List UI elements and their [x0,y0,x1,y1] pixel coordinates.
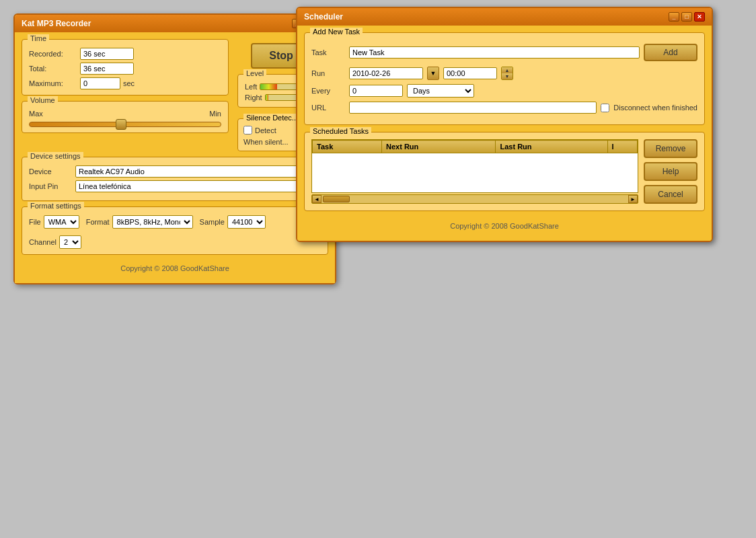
file-select[interactable]: WMA [44,215,79,229]
help-button[interactable]: Help [644,162,697,181]
when-silent-label: When silent... [243,138,289,146]
scheduler-titlebar: Scheduler _ □ ✕ [297,8,712,26]
run-row: Run ▼ ▲ ▼ [311,67,697,80]
task-label: Task [311,48,345,56]
channel-format-item: Channel 2 [29,235,81,249]
input-pin-input[interactable] [75,180,321,192]
maximum-label: Maximum: [29,79,76,87]
input-pin-row: Input Pin [29,180,321,192]
total-label: Total: [29,65,76,73]
level-right-label: Right [245,93,262,102]
main-title: Kat MP3 Recorder [22,19,91,28]
file-format-item: File WMA [29,215,79,229]
scheduler-body: Add New Task Task Add Run ▼ ▲ ▼ Every [297,26,712,241]
format-row: File WMA Format 8kBPS, 8kHz, Mono Sample [29,215,321,249]
run-date-input[interactable] [349,67,423,79]
device-row: Device [29,165,321,178]
sample-label: Sample [200,218,225,226]
scheduler-window: Scheduler _ □ ✕ Add New Task Task Add Ru… [296,7,713,242]
url-input[interactable] [349,102,597,114]
tasks-table: Task Next Run Last Run I [312,140,638,153]
scroll-thumb[interactable] [323,196,350,202]
time-fieldset: Time Recorded: Total: Maximum: sec [22,39,229,95]
scheduler-title: Scheduler [304,12,343,22]
run-time-input[interactable] [443,67,497,79]
col-i: I [607,141,637,153]
vol-min-label: Min [209,110,221,118]
add-task-button[interactable]: Add [644,44,697,61]
volume-slider-thumb[interactable] [116,119,126,130]
format-select[interactable]: 8kBPS, 8kHz, Mono [112,215,193,229]
format-content: File WMA Format 8kBPS, 8kHz, Mono Sample [29,215,321,249]
maximum-row: sec [80,77,221,89]
disconnect-checkbox[interactable] [601,104,609,112]
main-window: Kat MP3 Recorder _ □ ✕ Time Recorded: To… [13,13,336,284]
input-pin-label: Input Pin [29,182,73,190]
time-spinner[interactable]: ▲ ▼ [501,67,513,80]
main-titlebar: Kat MP3 Recorder _ □ ✕ [15,15,335,32]
time-grid: Recorded: Total: Maximum: sec [29,48,221,89]
time-content: Recorded: Total: Maximum: sec [29,48,221,89]
col-next-run: Next Run [382,141,496,153]
url-label: URL [311,104,345,112]
sched-maximize-btn[interactable]: □ [681,12,692,22]
level-right-fill [266,95,268,100]
channel-label: Channel [29,238,56,246]
format-format-item: Format 8kBPS, 8kHz, Mono [86,215,193,229]
recorded-input[interactable] [80,48,134,60]
task-name-input[interactable] [349,46,640,59]
scheduled-tasks-fieldset: Scheduled Tasks Task Next Run Last Run I [304,132,705,211]
scroll-left-btn[interactable]: ◄ [312,195,322,203]
add-task-legend: Add New Task [310,28,363,36]
disconnect-row: Disconnect when finished [601,104,697,112]
col-task: Task [313,141,382,153]
every-row: Every Days Hours Minutes [311,84,697,98]
time-down-btn[interactable]: ▼ [502,73,513,79]
time-up-btn[interactable]: ▲ [502,67,513,73]
scheduler-copyright: Copyright © 2008 GoodKatShare [304,218,705,234]
maximum-unit: sec [123,79,135,87]
volume-fieldset: Volume Max Min [22,101,229,133]
time-legend: Time [28,34,49,42]
time-section: Time Recorded: Total: Maximum: sec [22,39,229,151]
detect-checkbox[interactable] [243,126,252,134]
every-input[interactable] [349,85,403,97]
col-last-run: Last Run [496,141,607,153]
sched-close-btn[interactable]: ✕ [694,12,705,22]
horizontal-scrollbar[interactable]: ◄ ► [311,194,638,204]
add-task-fieldset: Add New Task Task Add Run ▼ ▲ ▼ Every [304,32,705,125]
disconnect-label: Disconnect when finished [613,104,697,112]
cancel-button[interactable]: Cancel [644,185,697,204]
sample-select[interactable]: 44100 [227,215,266,229]
device-fieldset: Device settings Device Input Pin [22,157,328,201]
format-fieldset: Format settings File WMA Format 8kBPS, 8… [22,206,328,255]
table-buttons: Remove Help Cancel [644,139,697,204]
main-copyright: Copyright © 2008 GoodKatShare [22,260,328,276]
main-body: Time Recorded: Total: Maximum: sec [15,32,335,283]
volume-legend: Volume [28,96,58,104]
volume-content: Max Min [29,110,221,127]
sched-minimize-btn[interactable]: _ [669,12,679,22]
total-input[interactable] [80,63,134,75]
silence-legend: Silence Detec... [243,114,301,122]
table-scroll-area[interactable]: Task Next Run Last Run I [311,139,638,193]
volume-slider-track[interactable] [29,122,221,127]
days-select[interactable]: Days Hours Minutes [407,84,474,98]
device-label: Device [29,167,73,176]
channel-select[interactable]: 2 [59,235,81,249]
sample-format-item: Sample 44100 [200,215,266,229]
level-left-fill [260,84,277,89]
file-label: File [29,218,41,226]
level-legend: Level [243,69,266,77]
remove-button[interactable]: Remove [644,139,697,158]
scroll-right-btn[interactable]: ► [628,195,638,203]
task-name-row: Task Add [311,44,697,61]
recorded-label: Recorded: [29,50,76,58]
device-input[interactable] [75,165,321,178]
maximum-input[interactable] [80,77,120,89]
table-header-row: Task Next Run Last Run I [313,141,638,153]
scheduled-legend: Scheduled Tasks [310,127,371,135]
url-row: URL Disconnect when finished [311,102,697,114]
format-legend: Format settings [28,202,84,210]
date-dropdown-btn[interactable]: ▼ [427,67,439,80]
